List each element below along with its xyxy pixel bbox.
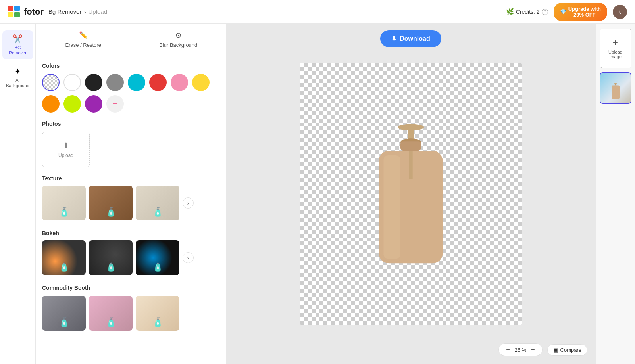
credits-label: Credits: 2 — [516, 9, 540, 15]
bg-remover-icon: ✂️ — [13, 34, 23, 44]
color-lime[interactable] — [64, 95, 81, 113]
bg-tabs: ✏️ Erase / Restore ⊙ Blur Background — [36, 24, 226, 56]
tab-blur-background[interactable]: ⊙ Blur Background — [131, 24, 226, 56]
sidebar-item-bg-remover[interactable]: ✂️ BGRemover — [2, 30, 33, 59]
compare-label: Compare — [560, 347, 581, 353]
sidebar-item-ai-background[interactable]: ✦ AIBackground — [2, 63, 33, 92]
commodity-bottle-1: 🧴 — [59, 317, 69, 328]
bokeh-thumb-2[interactable]: 🧴 — [89, 240, 133, 275]
compare-button[interactable]: ▣ Compare — [547, 344, 587, 356]
product-image — [300, 63, 522, 325]
svg-rect-9 — [383, 155, 400, 259]
canvas-container — [300, 63, 522, 325]
color-yellow[interactable] — [192, 74, 210, 91]
color-add-button[interactable]: + — [106, 95, 124, 113]
credits-help-button[interactable]: ? — [542, 9, 548, 15]
panel-content: Colors + Photos ⬆ Upload — [36, 56, 226, 347]
color-black[interactable] — [85, 74, 102, 91]
color-pink[interactable] — [171, 74, 188, 91]
bokeh-bottle-2: 🧴 — [106, 262, 116, 272]
main-layout: ✂️ BGRemover ✦ AIBackground ✏️ Erase / R… — [0, 24, 635, 364]
texture-thumb-3[interactable]: 🧴 — [136, 186, 179, 220]
commodity-thumb-1[interactable]: 🧴 — [42, 296, 86, 331]
leaf-icon: 🌿 — [506, 8, 514, 15]
photo-upload-box[interactable]: ⬆ Upload — [42, 132, 90, 167]
header-left: fotor Bg Remover › Upload — [8, 6, 107, 18]
blur-icon: ⊙ — [175, 31, 181, 40]
color-white[interactable] — [64, 74, 81, 91]
erase-icon: ✏️ — [79, 31, 88, 40]
commodity-thumb-3[interactable]: 🧴 — [136, 296, 179, 331]
texture-bottle-3: 🧴 — [152, 207, 163, 217]
credits-badge: 🌿 Credits: 2 ? — [506, 8, 548, 15]
tab-erase-label: Erase / Restore — [65, 42, 101, 48]
upgrade-label: Upgrade with20% OFF — [568, 6, 601, 18]
svg-rect-12 — [615, 83, 616, 85]
bokeh-row: 🧴 🧴 🧴 › — [42, 240, 219, 275]
svg-rect-2 — [8, 12, 13, 17]
download-button[interactable]: ⬇ Download — [380, 30, 441, 47]
download-label: Download — [400, 35, 430, 42]
header: fotor Bg Remover › Upload 🌿 Credits: 2 ?… — [0, 0, 635, 24]
bg-remover-label: BGRemover — [9, 45, 27, 56]
ai-background-icon: ✦ — [14, 67, 21, 76]
breadcrumb: Bg Remover › Upload — [48, 8, 107, 15]
color-cyan[interactable] — [128, 74, 145, 91]
breadcrumb-separator: › — [84, 8, 86, 15]
ai-background-label: AIBackground — [6, 78, 29, 88]
logo-text: fotor — [24, 7, 44, 17]
right-sidebar: + UploadImage — [595, 24, 635, 364]
upload-arrow-icon: ⬆ — [63, 141, 69, 150]
download-icon: ⬇ — [391, 35, 396, 42]
upload-image-button[interactable]: + UploadImage — [600, 29, 631, 68]
zoom-out-button[interactable]: − — [504, 346, 511, 353]
svg-point-13 — [614, 85, 617, 86]
product-svg — [355, 105, 466, 283]
color-gray[interactable] — [106, 74, 124, 91]
tab-erase-restore[interactable]: ✏️ Erase / Restore — [36, 24, 131, 56]
svg-rect-7 — [400, 141, 421, 151]
texture-header: Texture — [42, 175, 219, 182]
texture-thumb-2[interactable]: 🧴 — [89, 186, 133, 220]
bokeh-thumb-3[interactable]: 🧴 — [136, 240, 179, 275]
logo[interactable]: fotor — [8, 6, 44, 18]
texture-bottle-2: 🧴 — [106, 207, 116, 217]
texture-next-arrow[interactable]: › — [183, 197, 194, 209]
bokeh-title: Bokeh — [42, 230, 59, 236]
upload-image-label: UploadImage — [608, 50, 622, 59]
commodity-title: Commodity Booth — [42, 285, 219, 291]
diamond-icon: 💎 — [560, 9, 566, 15]
bokeh-header: Bokeh — [42, 230, 219, 236]
color-transparent[interactable] — [42, 74, 60, 91]
texture-section: Texture 🧴 🧴 🧴 › — [42, 175, 219, 220]
color-orange[interactable] — [42, 95, 60, 113]
image-preview-thumb[interactable] — [600, 72, 631, 104]
bg-panel: ✏️ Erase / Restore ⊙ Blur Background Col… — [36, 24, 226, 364]
color-purple[interactable] — [85, 95, 102, 113]
avatar[interactable]: t — [613, 5, 627, 19]
header-right: 🌿 Credits: 2 ? 💎 Upgrade with20% OFF t — [506, 3, 627, 21]
color-red[interactable] — [149, 74, 167, 91]
tab-blur-label: Blur Background — [159, 42, 197, 48]
compare-icon: ▣ — [553, 347, 558, 353]
bokeh-next-arrow[interactable]: › — [183, 252, 194, 263]
bokeh-bottle-1: 🧴 — [59, 262, 69, 272]
zoom-in-button[interactable]: + — [529, 346, 536, 353]
texture-row: 🧴 🧴 🧴 › — [42, 186, 219, 220]
canvas-area: ⬇ Download — [226, 24, 595, 364]
zoom-level: 26 % — [515, 347, 527, 353]
texture-title: Texture — [42, 175, 62, 182]
color-grid: + — [42, 74, 219, 113]
preview-bottle-svg — [610, 80, 622, 102]
download-area: ⬇ Download — [226, 30, 595, 47]
commodity-bottle-3: 🧴 — [152, 317, 163, 328]
bokeh-thumb-1[interactable]: 🧴 — [42, 240, 86, 275]
texture-thumb-1[interactable]: 🧴 — [42, 186, 86, 220]
svg-rect-1 — [14, 6, 20, 11]
photos-title: Photos — [42, 121, 219, 127]
upgrade-button[interactable]: 💎 Upgrade with20% OFF — [554, 3, 607, 21]
commodity-bottle-2: 🧴 — [106, 317, 116, 328]
commodity-thumb-2[interactable]: 🧴 — [89, 296, 133, 331]
commodity-row: 🧴 🧴 🧴 — [42, 296, 219, 331]
svg-rect-14 — [612, 86, 620, 99]
